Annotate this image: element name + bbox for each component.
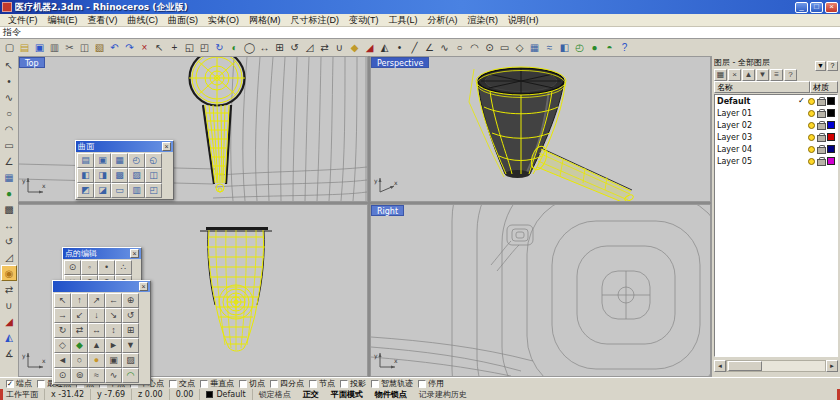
menu-dimension[interactable]: 尺寸标注(D) bbox=[286, 14, 345, 27]
menu-transform[interactable]: 变动(T) bbox=[344, 14, 384, 27]
smooth-button[interactable]: ▣ bbox=[105, 353, 122, 368]
pull-button[interactable]: ⊚ bbox=[71, 368, 88, 383]
menu-solid[interactable]: 实体(O) bbox=[203, 14, 244, 27]
maximize-button[interactable]: □ bbox=[810, 2, 823, 13]
move-layer-down-button[interactable]: ▼ bbox=[756, 69, 769, 81]
surface-palette-titlebar[interactable]: 曲面 × bbox=[76, 141, 173, 152]
trim-button[interactable]: ◢ bbox=[362, 40, 377, 55]
drape-button[interactable]: ◫ bbox=[145, 168, 162, 183]
close-button[interactable]: × bbox=[825, 2, 838, 13]
layer-visibility-bulb-icon[interactable] bbox=[808, 122, 815, 129]
ellipse-button[interactable]: ⊙ bbox=[482, 40, 497, 55]
panel-help-button[interactable]: ? bbox=[827, 61, 838, 71]
osnap-disable[interactable]: 停用 bbox=[418, 378, 444, 389]
measure-tool-button[interactable]: ∡ bbox=[1, 345, 17, 361]
redo-button[interactable]: ↷ bbox=[122, 40, 137, 55]
delete-layer-button[interactable]: × bbox=[728, 69, 741, 81]
sweep2-button[interactable]: ◨ bbox=[94, 168, 111, 183]
insert-knot-button[interactable]: • bbox=[98, 260, 115, 275]
select-button[interactable]: ↖ bbox=[152, 40, 167, 55]
layer-options-button[interactable]: ≡ bbox=[770, 69, 783, 81]
match-button[interactable]: ∿ bbox=[105, 368, 122, 383]
osnap-toggle[interactable]: 物件锁点 bbox=[369, 389, 413, 400]
loft-button[interactable]: ≈ bbox=[542, 40, 557, 55]
solid-tool-button[interactable]: ● bbox=[1, 185, 17, 201]
scroll-right-icon[interactable]: ► bbox=[826, 360, 838, 372]
osnap-checkbox[interactable] bbox=[37, 380, 45, 388]
command-input[interactable] bbox=[21, 28, 840, 38]
mirror-button[interactable]: ⇄ bbox=[317, 40, 332, 55]
move-layer-up-button[interactable]: ▲ bbox=[742, 69, 755, 81]
shaded-view-button[interactable]: ◐ bbox=[227, 40, 242, 55]
panel-menu-button[interactable]: ▼ bbox=[815, 61, 826, 71]
layer-color-swatch[interactable] bbox=[827, 109, 835, 117]
layer-color-swatch[interactable] bbox=[827, 145, 835, 153]
split-button[interactable]: ◭ bbox=[377, 40, 392, 55]
osnap-perpendicular[interactable]: 垂直点 bbox=[200, 378, 234, 389]
layer-color-swatch[interactable] bbox=[827, 97, 835, 105]
revolve-surface-button[interactable]: ◴ bbox=[128, 153, 145, 168]
join-tool-button[interactable]: ∪ bbox=[1, 297, 17, 313]
layer-color-swatch[interactable] bbox=[827, 121, 835, 129]
wireframe-view-button[interactable]: ◯ bbox=[242, 40, 257, 55]
ortho-toggle[interactable]: 正交 bbox=[297, 389, 325, 400]
gumball-button[interactable]: ⊕ bbox=[122, 293, 139, 308]
layer-row[interactable]: Layer 04 bbox=[715, 143, 837, 155]
mirror-tool-button[interactable]: ⇄ bbox=[1, 281, 17, 297]
delete-button[interactable]: × bbox=[137, 40, 152, 55]
polygon-button[interactable]: ◇ bbox=[512, 40, 527, 55]
swap-button[interactable]: ⇄ bbox=[71, 323, 88, 338]
nudge-down-button[interactable]: ↓ bbox=[88, 308, 105, 323]
osnap-intersection[interactable]: 交点 bbox=[169, 378, 195, 389]
column-header-name[interactable]: 名称 bbox=[714, 81, 810, 93]
taper-button[interactable]: ▼ bbox=[122, 338, 139, 353]
nudge-up-left-button[interactable]: ↖ bbox=[54, 293, 71, 308]
copy-button[interactable]: ◫ bbox=[77, 40, 92, 55]
rebuild-button[interactable]: ◠ bbox=[122, 368, 139, 383]
minimize-button[interactable]: _ bbox=[795, 2, 808, 13]
extrude-curve-button[interactable]: ◩ bbox=[77, 183, 94, 198]
copy-object-button[interactable]: ⊞ bbox=[272, 40, 287, 55]
scroll-left-icon[interactable]: ◄ bbox=[714, 360, 726, 372]
close-icon[interactable]: × bbox=[130, 249, 139, 258]
menu-view[interactable]: 查看(V) bbox=[83, 14, 123, 27]
menu-file[interactable]: 文件(F) bbox=[3, 14, 43, 27]
layer-visibility-bulb-icon[interactable] bbox=[808, 110, 815, 117]
scale-button[interactable]: ◿ bbox=[302, 40, 317, 55]
menu-tools[interactable]: 工具(L) bbox=[384, 14, 423, 27]
arc-tool-button[interactable]: ◠ bbox=[1, 121, 17, 137]
osnap-checkbox[interactable] bbox=[340, 380, 348, 388]
split-tool-button[interactable]: ◭ bbox=[1, 329, 17, 345]
undo-button[interactable]: ↶ bbox=[107, 40, 122, 55]
shear-button[interactable]: ► bbox=[105, 338, 122, 353]
osnap-end[interactable]: 端点 bbox=[6, 378, 32, 389]
sphere-button[interactable]: ● bbox=[587, 40, 602, 55]
zoom-extents-button[interactable]: ◰ bbox=[197, 40, 212, 55]
osnap-project[interactable]: 投影 bbox=[340, 378, 366, 389]
close-icon[interactable]: × bbox=[162, 142, 171, 151]
osnap-knot[interactable]: 节点 bbox=[309, 378, 335, 389]
nudge-down-right-button[interactable]: ↘ bbox=[105, 308, 122, 323]
cplane-button[interactable]: 工作平面 bbox=[0, 389, 45, 400]
layer-lock-icon[interactable] bbox=[817, 109, 825, 118]
rotate-view-button[interactable]: ↻ bbox=[212, 40, 227, 55]
nudge-down-left-button[interactable]: ↙ bbox=[71, 308, 88, 323]
viewport-right-label[interactable]: Right bbox=[371, 205, 404, 216]
ribbon-button[interactable]: ◪ bbox=[94, 183, 111, 198]
osnap-checkbox[interactable] bbox=[169, 380, 177, 388]
edit-palette-titlebar[interactable]: × bbox=[53, 281, 150, 292]
surface-3pt-button[interactable]: ▤ bbox=[77, 153, 94, 168]
nudge-left-button[interactable]: ← bbox=[105, 293, 122, 308]
scale-tool-button[interactable]: ◿ bbox=[1, 249, 17, 265]
layer-row[interactable]: Layer 02 bbox=[715, 119, 837, 131]
mirror-h-button[interactable]: ↔ bbox=[88, 323, 105, 338]
blend-surface-button[interactable]: ◰ bbox=[145, 183, 162, 198]
help-button[interactable]: ? bbox=[617, 40, 632, 55]
osnap-checkbox[interactable] bbox=[371, 380, 379, 388]
menu-render[interactable]: 渲染(R) bbox=[463, 14, 504, 27]
patch-button[interactable]: ▨ bbox=[128, 168, 145, 183]
menu-help[interactable]: 说明(H) bbox=[503, 14, 544, 27]
layer-color-swatch[interactable] bbox=[827, 133, 835, 141]
zoom-window-button[interactable]: ◱ bbox=[182, 40, 197, 55]
nudge-up-right-button[interactable]: ↗ bbox=[88, 293, 105, 308]
